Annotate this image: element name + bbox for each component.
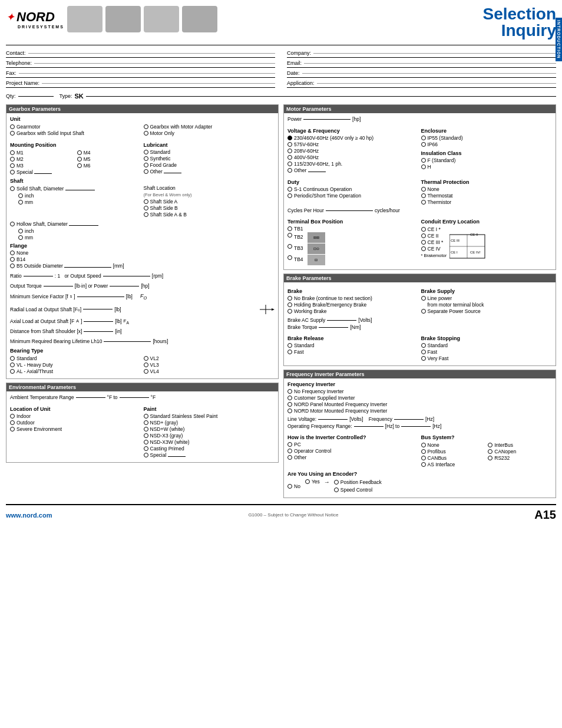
paint-ss-option[interactable]: Standard Stainless Steel Paint [144,413,275,419]
solid-mm-option[interactable]: mm [18,199,141,205]
shaft-side-ab-option[interactable]: Shaft Side A & B [144,212,275,218]
ins-h-option[interactable]: H [421,164,553,170]
bearing-standard-option[interactable]: Standard [10,355,141,361]
m1-option[interactable]: M1 [10,150,74,156]
ctrl-operator-option[interactable]: Operator Control [287,448,419,454]
brake-no-option[interactable]: No Brake (continue to next section) [287,295,419,301]
volt-115-option[interactable]: 115/230V-60Hz, 1 ph. [287,161,419,167]
ip66-option[interactable]: IP66 [421,141,553,147]
m5-option[interactable]: M5 [77,156,141,162]
tb2-option[interactable]: TB2 ⊞⊞ [287,232,419,243]
ip55-option[interactable]: IP55 (Standard) [421,135,553,141]
indoor-option[interactable]: Indoor [10,413,141,419]
ce4-option[interactable]: CE IV [421,246,447,252]
supply-line-option[interactable]: Line power [421,295,553,301]
lub-food-option[interactable]: Food Grade [144,162,275,168]
m2-option[interactable]: M2 [10,156,74,162]
release-fast-option[interactable]: Fast [287,349,419,355]
supply-separate-option[interactable]: Separate Power Source [421,308,553,314]
ctrl-pc-option[interactable]: PC [287,442,419,447]
bus-profibus-option[interactable]: Profibus [421,449,485,454]
tb4-option[interactable]: TB4 ⊟ [287,255,419,265]
shaft-side-b-option[interactable]: Shaft Side B [144,205,275,211]
ce3-option[interactable]: CE III * [421,239,447,245]
volt-208-option[interactable]: 208V-60Hz [287,148,419,154]
paint-nsdx3w-option[interactable]: NSD-X3W (white) [144,439,275,445]
m6-option[interactable]: M6 [77,163,141,169]
flange-b14-option[interactable]: B14 [10,256,275,262]
encoder-position-option[interactable]: Position Feedback [334,479,382,485]
release-standard-option[interactable]: Standard [287,342,419,348]
volt-other-option[interactable]: Other [287,167,419,173]
flange-b5-option[interactable]: B5 Outside Diameter [mm] [10,263,275,269]
qty-type-line: Qty: Type: SK [6,93,556,100]
bearing-axial-option[interactable]: AL - Axial/Thrust [10,368,141,374]
volt-575-option[interactable]: 575V-60Hz [287,141,419,147]
paint-casting-option[interactable]: Casting Primed [144,446,275,452]
bearing-heavy-option[interactable]: VL - Heavy Duty [10,362,141,368]
motor-only-option[interactable]: Motor Only [144,130,275,136]
stopping-veryfast-option[interactable]: Very Fast [421,355,553,361]
bearing-vl3-option[interactable]: VL3 [144,362,275,368]
ins-f-option[interactable]: F (Standard) [421,157,553,163]
lub-standard-option[interactable]: Standard [144,149,275,155]
encoder-no-option[interactable]: No [287,483,300,489]
solid-inch-radio [18,193,23,198]
shaft-side-a-option[interactable]: Shaft Side A [144,199,275,205]
m4-option[interactable]: M4 [77,150,141,156]
freq-no-option[interactable]: No Frequency Inverter [287,388,552,394]
paint-nsdx3-option[interactable]: NSD-X3 (gray) [144,433,275,439]
volt-400-option[interactable]: 400V-50Hz [287,154,419,160]
bus-interbus-option[interactable]: InterBus [488,442,552,448]
tb1-option[interactable]: TB1 [287,226,419,232]
brake-holding-option[interactable]: Holding Brake/Emergency Brake [287,302,419,308]
severe-option[interactable]: Severe Environment [10,426,141,432]
ctrl-operator-label: Operator Control [294,448,331,454]
tb3-option[interactable]: TB3 ⊡⊙ [287,243,419,254]
encoder-yes-option[interactable]: Yes → Position Feedback Speed Control [305,479,382,493]
thermal-thermostat-option[interactable]: Thermostat [421,193,553,199]
ce2-option[interactable]: CE II [421,233,447,239]
service-factor-line: Minimum Service Factor [fs] [lb] FO [10,293,275,301]
duty-periodic-option[interactable]: Periodic/Short Time Operation [287,193,419,199]
encoder-speed-option[interactable]: Speed Control [334,487,382,493]
lub-other-option[interactable]: Other [144,169,275,174]
solid-shaft-option[interactable]: Solid Shaft, Diameter [10,186,141,192]
hollow-mm-option[interactable]: mm [18,235,275,241]
lub-synthetic-option[interactable]: Synthetic [144,156,275,162]
m3-option[interactable]: M3 [10,163,74,169]
lub-food-radio [144,163,148,167]
ctrl-other-option[interactable]: Other [287,454,419,460]
bearing-vl2-option[interactable]: VL2 [144,355,275,361]
flange-none-option[interactable]: None [10,250,275,256]
freq-nord-motor-option[interactable]: NORD Motor Mounted Frequency Inverter [287,408,552,414]
outdoor-option[interactable]: Outdoor [10,420,141,426]
bus-none-option[interactable]: None [421,442,485,448]
duty-periodic-radio [287,193,292,198]
volt-230-option[interactable]: 230/460V-60Hz (460V only ≥ 40 hp) [287,135,419,141]
thermal-thermistor-option[interactable]: Thermistor [421,199,553,205]
paint-special-option[interactable]: Special [144,452,275,458]
gearbox-solid-option[interactable]: Gearbox with Solid Input Shaft [10,130,141,136]
special-option[interactable]: Special [10,169,74,175]
gearmotor-option[interactable]: Gearmotor [10,124,141,130]
paint-nsdplus-option[interactable]: NSD+ (gray) [144,420,275,426]
stopping-fast-option[interactable]: Fast [421,349,553,355]
ce1-option[interactable]: CE I * [421,226,447,232]
solid-inch-option[interactable]: inch [18,193,141,199]
bus-rs232-option[interactable]: RS232 [488,455,552,461]
thermal-none-option[interactable]: None [421,186,553,192]
stopping-standard-option[interactable]: Standard [421,342,553,348]
paint-nsdplusw-option[interactable]: NSD+W (white) [144,426,275,432]
bus-as-option[interactable]: AS Interface [421,462,485,467]
bus-canopen-option[interactable]: CANopen [488,449,552,454]
freq-customer-option[interactable]: Customer Supplied Inverter [287,395,552,401]
duty-s1-option[interactable]: S-1 Continuous Operation [287,186,419,192]
hollow-shaft-option[interactable]: Hollow Shaft, Diameter [10,221,275,227]
freq-nord-panel-option[interactable]: NORD Panel Mounted Frequency Inverter [287,401,552,407]
bearing-vl4-option[interactable]: VL4 [144,368,275,374]
gearbox-adapter-option[interactable]: Gearbox with Motor Adapter [144,124,275,130]
hollow-inch-option[interactable]: inch [18,228,275,234]
brake-working-option[interactable]: Working Brake [287,308,419,314]
bus-canbus-option[interactable]: CANBus [421,455,485,461]
